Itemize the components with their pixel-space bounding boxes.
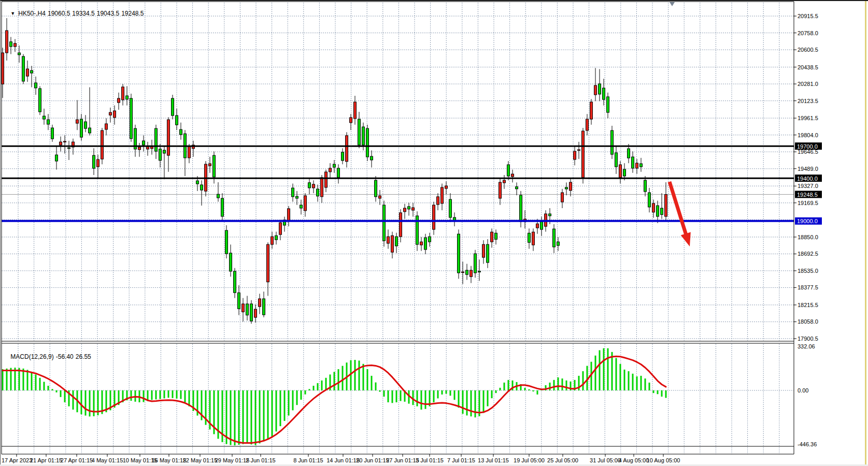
time-tick-label: 17 Apr 2023 [2,457,32,463]
low-value: 19043.5 [97,10,119,17]
panel-frames [2,2,794,454]
price-tick-label: 20758.0 [798,30,818,36]
window-top-border [0,0,868,1]
price-tick-label: 18692.5 [798,251,818,257]
macd-header: MACD(12,26,9)-56.4026.55 [4,346,93,368]
price-tick-label: 19489.0 [798,166,818,172]
price-tick-label: 19169.5 [798,200,818,206]
time-tick-label: 2 Jun 01:15 [246,457,276,463]
time-tick-label: 7 Jul 01:15 [447,457,475,463]
ohlc-header: ▼HK50-,H419060.519334.519043.519248.5 [4,3,146,24]
price-tick-label: 20123.5 [798,98,818,104]
arrow-head [681,232,691,246]
window-left-border [0,0,1,464]
time-tick-label: 27 Jun 01:15 [386,457,419,463]
open-value: 19060.5 [48,10,70,17]
price-level-badge: 19400.0 [797,176,818,182]
time-tick-label: 4 May 01:15 [92,457,123,463]
price-tick-label: 18058.0 [798,318,818,325]
symbol-period-label: HK50-,H4 [18,10,46,17]
price-level-badge: 19248.5 [797,192,818,198]
macd-axis: 332.060.00-446.36 [798,343,817,447]
chart-canvas[interactable]: 20915.520758.020600.520438.520281.020123… [0,0,868,466]
time-tick-label: 29 May 01:15 [215,457,250,463]
price-tick-label: 20600.5 [798,47,818,53]
time-tick-label: 27 Apr 01:15 [61,457,93,463]
price-tick-label: 19961.5 [798,115,818,121]
macd-tick-label: 0.00 [798,387,808,394]
price-tick-label: 17900.5 [798,336,818,342]
time-tick-label: 21 Apr 01:15 [30,457,62,463]
time-tick-label: 25 Jul 05:00 [547,457,578,463]
price-level-badge: 19700.0 [797,143,818,150]
time-tick-label: 22 May 01:15 [183,457,218,463]
chart-shift-marker-icon [670,2,675,6]
time-tick-label: 4 Aug 05:00 [619,457,649,463]
macd-signal-value: 26.55 [76,353,91,360]
price-axis: 20915.520758.020600.520438.520281.020123… [793,13,822,342]
price-tick-label: 19327.0 [798,183,818,189]
close-value: 19248.5 [121,10,144,17]
price-tick-label: 20915.5 [798,13,818,19]
down-arrow-annotation[interactable] [670,182,691,246]
macd-tick-label: -446.36 [798,441,817,447]
grid-layer [2,3,794,454]
price-tick-label: 19804.0 [798,132,818,138]
price-tick-label: 18850.0 [798,234,818,240]
time-tick-label: 16 May 01:15 [152,457,187,463]
macd-tick-label: 332.06 [798,343,815,350]
price-tick-label: 20281.0 [798,81,818,87]
high-value: 19334.5 [72,10,94,17]
time-tick-label: 13 Jul 01:15 [478,457,509,463]
price-tick-label: 20438.5 [798,64,818,70]
price-tick-label: 18535.0 [798,268,818,274]
price-level-badge: 19000.0 [797,218,818,224]
time-tick-label: 8 Jun 01:15 [293,457,323,463]
macd-layer [3,348,666,446]
time-tick-label: 14 Jun 01:15 [326,457,360,463]
time-tick-label: 3 Jul 01:15 [416,457,444,463]
time-tick-label: 31 Jul 05:00 [590,457,621,463]
time-tick-label: 20 Jun 01:15 [356,457,389,463]
mt4-chart-window: 20915.520758.020600.520438.520281.020123… [0,0,868,466]
price-tick-label: 18377.5 [798,284,818,290]
window-edge-strip [865,0,866,464]
time-axis: 17 Apr 202321 Apr 01:1527 Apr 01:154 May… [2,454,680,463]
symbol-dropdown-icon[interactable]: ▼ [10,11,15,16]
time-tick-label: 10 Aug 05:00 [647,457,680,463]
price-tick-label: 18215.5 [798,302,818,308]
macd-value: -56.40 [56,353,74,360]
macd-indicator-label: MACD(12,26,9) [10,353,53,360]
candles-layer [2,18,667,324]
time-tick-label: 19 Jul 05:00 [514,457,545,463]
